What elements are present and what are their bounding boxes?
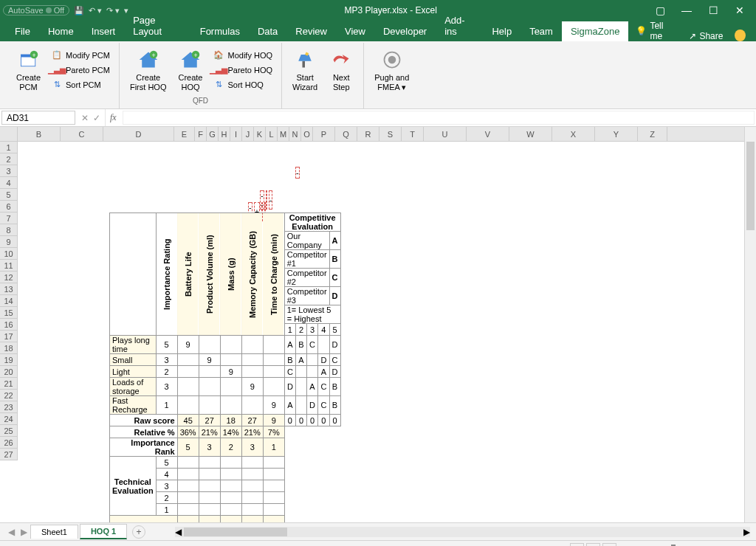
hoq-main-table[interactable]: Importance RatingBattery LifeProduct Vol…	[109, 212, 341, 522]
col-header[interactable]: V	[467, 127, 509, 141]
column-headers[interactable]: BCDEFGHIJKLMNOPQRSTUVWXYZ	[0, 127, 744, 142]
share-button[interactable]: ↗Share	[681, 31, 730, 41]
row-header[interactable]: 18	[0, 342, 17, 354]
tab-insert[interactable]: Insert	[83, 21, 125, 41]
row-header[interactable]: 26	[0, 437, 17, 449]
row-header[interactable]: 11	[0, 260, 17, 272]
col-header[interactable]: N	[289, 127, 301, 141]
formula-input[interactable]	[123, 111, 755, 125]
pareto-pcm-button[interactable]: ▁▃▅Pareto PCM	[49, 63, 111, 77]
next-step-button[interactable]: Next Step	[326, 46, 356, 92]
row-header[interactable]: 10	[0, 248, 17, 260]
normal-view-icon[interactable]: ▦	[570, 543, 584, 547]
col-header[interactable]: Q	[335, 127, 357, 141]
col-header[interactable]: R	[357, 127, 379, 141]
pareto-hoq-button[interactable]: ▁▃▅Pareto HOQ	[211, 63, 274, 77]
qat-customize-icon[interactable]: ▾	[124, 6, 128, 15]
col-header[interactable]: F	[195, 127, 207, 141]
col-header[interactable]: K	[254, 127, 266, 141]
row-header[interactable]: 15	[0, 307, 17, 319]
row-header[interactable]: 22	[0, 390, 17, 401]
row-header[interactable]: 24	[0, 413, 17, 425]
modify-hoq-button[interactable]: 🏠Modify HOQ	[211, 49, 274, 62]
col-header[interactable]: H	[219, 127, 230, 141]
cancel-formula-icon[interactable]: ✕	[81, 113, 89, 123]
tab-addins[interactable]: Add-ins	[436, 10, 483, 41]
sheet-nav[interactable]: ◀▶	[6, 527, 30, 537]
col-header[interactable]: B	[18, 127, 61, 141]
col-header[interactable]: E	[174, 127, 195, 141]
tab-help[interactable]: Help	[483, 21, 520, 41]
sheet-tab-active[interactable]: HOQ 1	[80, 524, 127, 539]
row-header[interactable]: 16	[0, 319, 17, 331]
tab-view[interactable]: View	[336, 21, 374, 41]
col-header[interactable]: L	[266, 127, 278, 141]
tab-page-layout[interactable]: Page Layout	[124, 10, 191, 41]
col-header[interactable]: J	[242, 127, 254, 141]
row-header[interactable]: 2	[0, 153, 17, 165]
col-header[interactable]: X	[552, 127, 595, 141]
sheet-tab[interactable]: Sheet1	[30, 525, 78, 539]
create-first-hoq-button[interactable]: + Create First HOQ	[127, 46, 170, 92]
row-header[interactable]: 12	[0, 272, 17, 283]
tab-file[interactable]: File	[6, 21, 39, 41]
col-header[interactable]: Z	[638, 127, 667, 141]
row-header[interactable]: 4	[0, 177, 17, 189]
create-pcm-button[interactable]: + Create PCM	[13, 46, 44, 92]
col-header[interactable]: T	[402, 127, 424, 141]
redo-icon[interactable]: ↷ ▾	[106, 6, 120, 15]
col-header[interactable]: D	[103, 127, 174, 141]
row-header[interactable]: 25	[0, 425, 17, 437]
tab-data[interactable]: Data	[249, 21, 286, 41]
row-headers[interactable]: 1234567891011121314151617181920212223242…	[0, 142, 18, 460]
feedback-icon[interactable]	[735, 30, 746, 41]
row-header[interactable]: 20	[0, 366, 17, 378]
col-header[interactable]: U	[424, 127, 467, 141]
sort-pcm-button[interactable]: ⇅Sort PCM	[49, 78, 111, 91]
page-break-icon[interactable]: ▤	[602, 543, 616, 547]
sort-hoq-button[interactable]: ⇅Sort HOQ	[211, 78, 274, 91]
ribbon-display-icon[interactable]: ▢	[653, 4, 667, 16]
col-header[interactable]: C	[61, 127, 103, 141]
tab-team[interactable]: Team	[520, 21, 562, 41]
col-header[interactable]: I	[230, 127, 242, 141]
close-icon[interactable]: ✕	[732, 4, 747, 16]
row-header[interactable]: 27	[0, 449, 17, 460]
autosave-toggle[interactable]: AutoSave Off	[3, 5, 69, 15]
row-header[interactable]: 13	[0, 283, 17, 295]
save-icon[interactable]: 💾	[74, 6, 84, 15]
col-header[interactable]: O	[301, 127, 313, 141]
vertical-scrollbar[interactable]	[744, 127, 756, 522]
col-header[interactable]: Y	[595, 127, 638, 141]
modify-pcm-button[interactable]: 📋Modify PCM	[49, 49, 111, 62]
tell-me[interactable]: 💡Tell me	[628, 21, 681, 41]
row-header[interactable]: 23	[0, 401, 17, 413]
pugh-fmea-button[interactable]: Pugh and FMEA ▾	[371, 46, 412, 92]
tab-formulas[interactable]: Formulas	[191, 21, 249, 41]
tab-sigmazone[interactable]: SigmaZone	[562, 21, 628, 41]
add-sheet-button[interactable]: +	[132, 525, 145, 539]
col-header[interactable]: G	[207, 127, 219, 141]
worksheet-grid[interactable]: BCDEFGHIJKLMNOPQRSTUVWXYZ 12345678910111…	[0, 127, 756, 522]
col-header[interactable]: W	[509, 127, 552, 141]
row-header[interactable]: 8	[0, 224, 17, 236]
tab-developer[interactable]: Developer	[374, 21, 436, 41]
page-layout-icon[interactable]: ▥	[586, 543, 600, 547]
row-header[interactable]: 9	[0, 236, 17, 248]
start-wizard-button[interactable]: Start Wizard	[289, 46, 320, 92]
row-header[interactable]: 3	[0, 165, 17, 177]
create-hoq-button[interactable]: + Create HOQ	[175, 46, 205, 92]
row-header[interactable]: 14	[0, 295, 17, 307]
maximize-icon[interactable]: ☐	[706, 4, 721, 16]
name-box[interactable]	[1, 111, 75, 125]
col-header[interactable]: P	[313, 127, 335, 141]
minimize-icon[interactable]: ―	[679, 4, 694, 16]
row-header[interactable]: 1	[0, 142, 17, 153]
tab-home[interactable]: Home	[39, 21, 83, 41]
row-header[interactable]: 19	[0, 354, 17, 366]
row-header[interactable]: 17	[0, 331, 17, 342]
fx-icon[interactable]: fx	[106, 109, 121, 126]
col-header[interactable]: S	[379, 127, 402, 141]
tab-review[interactable]: Review	[286, 21, 336, 41]
row-header[interactable]: 7	[0, 212, 17, 224]
